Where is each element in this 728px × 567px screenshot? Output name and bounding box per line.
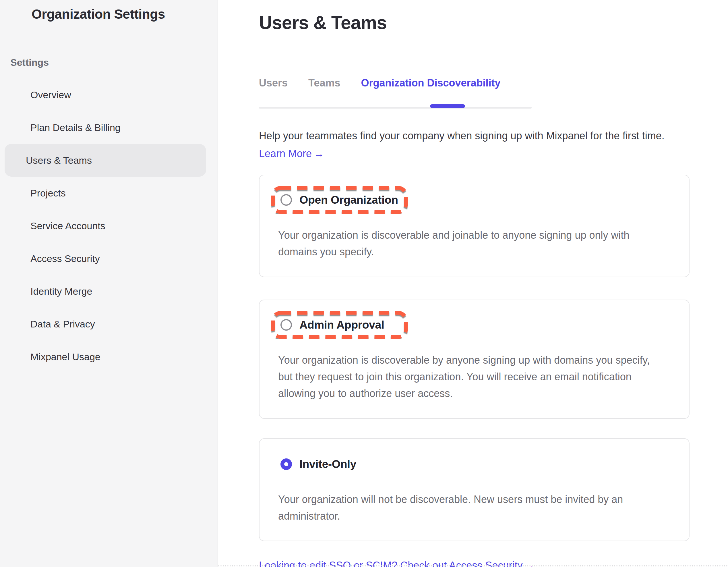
- sidebar-item-plan-details-billing[interactable]: Plan Details & Billing: [5, 111, 206, 144]
- tab-teams[interactable]: Teams: [308, 77, 340, 89]
- invite-only-option[interactable]: Invite-Only: [271, 450, 408, 479]
- sidebar-item-service-accounts[interactable]: Service Accounts: [5, 209, 206, 242]
- admin-approval-option[interactable]: Admin Approval: [271, 311, 408, 339]
- arrow-right-icon: →: [314, 148, 324, 159]
- sidebar-item-overview[interactable]: Overview: [5, 78, 206, 111]
- invite-only-label: Invite-Only: [299, 458, 356, 471]
- page-title: Users & Teams: [259, 12, 691, 33]
- learn-more-label: Learn More: [259, 148, 312, 159]
- sidebar-item-identity-merge[interactable]: Identity Merge: [5, 275, 206, 308]
- option-card-invite-only: Invite-Only Your organization will not b…: [259, 438, 690, 541]
- intro-text: Help your teammates find your company wh…: [259, 130, 691, 142]
- option-card-admin-approval: Admin Approval Your organization is disc…: [259, 300, 690, 419]
- sidebar-item-projects[interactable]: Projects: [5, 177, 206, 209]
- main-content: Users & Teams Users Teams Organization D…: [218, 0, 728, 567]
- sidebar-item-users-teams[interactable]: Users & Teams: [5, 144, 206, 177]
- sidebar-title: Organization Settings: [32, 6, 218, 22]
- sidebar-item-data-privacy[interactable]: Data & Privacy: [5, 308, 206, 341]
- tab-track: [259, 107, 532, 109]
- open-organization-description: Your organization is discoverable and jo…: [278, 227, 666, 260]
- active-tab-indicator: [430, 104, 465, 108]
- learn-more-link[interactable]: Learn More→: [259, 148, 324, 160]
- sidebar-item-mixpanel-usage[interactable]: Mixpanel Usage: [5, 341, 206, 373]
- tab-users[interactable]: Users: [259, 77, 288, 89]
- open-organization-option[interactable]: Open Organization: [271, 185, 408, 214]
- tab-bar: Users Teams Organization Discoverability: [259, 77, 691, 89]
- admin-approval-description: Your organization is discoverable by any…: [278, 352, 666, 402]
- sidebar-nav: Overview Plan Details & Billing Users & …: [0, 78, 218, 373]
- tab-organization-discoverability[interactable]: Organization Discoverability: [361, 77, 500, 89]
- invite-only-radio[interactable]: [280, 458, 292, 470]
- open-organization-label: Open Organization: [299, 193, 398, 206]
- sidebar-section-label: Settings: [10, 57, 218, 68]
- bottom-divider: [218, 565, 728, 566]
- invite-only-description: Your organization will not be discoverab…: [278, 491, 666, 525]
- sidebar-item-access-security[interactable]: Access Security: [5, 242, 206, 275]
- open-organization-radio[interactable]: [280, 194, 292, 206]
- settings-sidebar: Organization Settings Settings Overview …: [0, 0, 218, 567]
- admin-approval-label: Admin Approval: [299, 319, 384, 331]
- option-card-open-organization: Open Organization Your organization is d…: [259, 175, 690, 277]
- admin-approval-radio[interactable]: [280, 319, 292, 331]
